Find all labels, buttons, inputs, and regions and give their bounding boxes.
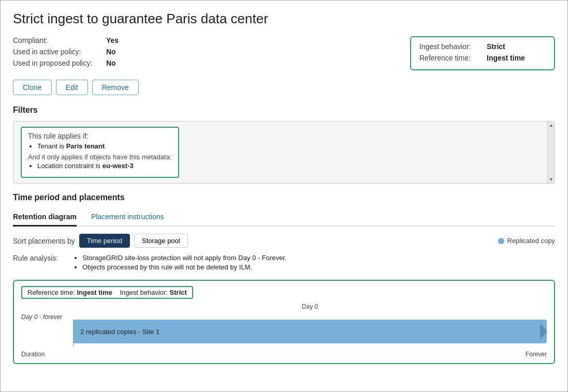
filter-box: This rule applies if: Tenant is Paris te…: [21, 127, 179, 178]
ingest-reference-row: Reference time: Ingest time: [419, 54, 546, 62]
diagram-footer: Duration Forever: [21, 351, 547, 358]
rule-analysis: Rule analysis: StorageGRID site-loss pro…: [13, 254, 555, 273]
actions: Clone Edit Remove: [13, 80, 555, 95]
diagram-behavior-label: Ingest behavior:: [120, 289, 168, 296]
filter-rule-title: This rule applies if:: [28, 132, 172, 140]
rule-analysis-list: StorageGRID site-loss protection will no…: [82, 254, 286, 273]
meta-section: Compliant: Yes Used in active policy: No…: [13, 36, 555, 70]
remove-button[interactable]: Remove: [92, 80, 139, 95]
rule-analysis-label: Rule analysis:: [13, 254, 70, 262]
sort-storage-pool-button[interactable]: Storage pool: [134, 234, 188, 248]
ingest-reference-value: Ingest time: [487, 54, 525, 62]
filter-location-list: Location constraint is eu-west-3: [37, 162, 172, 170]
tab-placement-instructions[interactable]: Placement instructions: [91, 208, 164, 227]
page-title: Strict ingest to guarantee Paris data ce…: [13, 11, 555, 27]
ingest-behavior-value: Strict: [487, 42, 505, 51]
page-container: Strict ingest to guarantee Paris data ce…: [0, 0, 568, 392]
time-period-title: Time period and placements: [13, 193, 555, 202]
meta-row-compliant: Compliant: Yes: [13, 36, 119, 44]
tenant-value: Paris tenant: [66, 142, 105, 150]
ingest-behavior-row: Ingest behavior: Strict: [419, 42, 546, 51]
clone-button[interactable]: Clone: [13, 80, 52, 95]
used-proposed-value: No: [106, 59, 116, 67]
sort-right: Replicated copy: [498, 237, 556, 245]
sort-label: Sort placements by: [13, 237, 75, 245]
rule-analysis-item-2: Objects processed by this rule will not …: [82, 263, 286, 271]
compliant-label: Compliant:: [13, 36, 106, 44]
filter-tenant-list: Tenant is Paris tenant: [37, 142, 172, 150]
scroll-down-icon[interactable]: ▼: [549, 177, 554, 182]
copy-label: 2 replicated copies - Site 1: [80, 328, 159, 336]
filter-metadata-title: And it only applies if objects have this…: [28, 153, 172, 161]
diagram-behavior-value: Strict: [170, 289, 187, 296]
diagram-ref-label: Reference time:: [27, 289, 75, 296]
used-active-value: No: [106, 48, 116, 56]
legend-label: Replicated copy: [507, 237, 556, 245]
ingest-reference-label: Reference time:: [419, 54, 487, 62]
filters-title: Filters: [13, 105, 555, 115]
ingest-box: Ingest behavior: Strict Reference time: …: [410, 36, 555, 70]
ingest-behavior-label: Ingest behavior:: [419, 42, 487, 51]
location-label: Location constraint is: [37, 162, 100, 170]
day0-label: Day 0: [73, 303, 547, 310]
filters-area: This rule applies if: Tenant is Paris te…: [13, 121, 555, 184]
meta-row-active: Used in active policy: No: [13, 48, 119, 56]
location-value: eu-west-3: [103, 162, 134, 170]
compliant-value: Yes: [106, 36, 119, 44]
diagram-main: Day 0 2 replicated copies - Site 1: [73, 303, 547, 346]
diagram-header-row: Reference time: Ingest time Ingest behav…: [21, 286, 547, 299]
period-label: Day 0 - forever: [21, 303, 73, 346]
filter-location-item: Location constraint is eu-west-3: [37, 162, 172, 170]
meta-row-proposed: Used in proposed policy: No: [13, 59, 119, 67]
copy-bar-container: 2 replicated copies - Site 1: [73, 320, 547, 346]
forever-label: Forever: [526, 351, 547, 358]
copy-bar: 2 replicated copies - Site 1: [73, 320, 547, 343]
scroll-indicator: ▲ ▼: [547, 122, 555, 183]
replicated-copy-icon: [498, 238, 504, 244]
rule-analysis-item-1: StorageGRID site-loss protection will no…: [82, 254, 286, 262]
diagram-outer: Reference time: Ingest time Ingest behav…: [13, 280, 555, 364]
tenant-label: Tenant is: [37, 142, 64, 150]
used-proposed-label: Used in proposed policy:: [13, 59, 106, 67]
diagram-header-box: Reference time: Ingest time Ingest behav…: [21, 286, 193, 299]
tab-retention-diagram[interactable]: Retention diagram: [13, 208, 77, 227]
scroll-up-icon[interactable]: ▲: [549, 123, 554, 128]
sort-time-period-button[interactable]: Time period: [79, 234, 130, 248]
diagram-ref-value: Ingest time: [77, 289, 112, 296]
sort-left: Sort placements by Time period Storage p…: [13, 234, 188, 248]
chart-area: 2 replicated copies - Site 1: [73, 320, 547, 346]
copy-bar-arrow: [540, 323, 547, 340]
diagram-grid: Day 0 - forever Day 0 2 replicated copie…: [21, 303, 547, 346]
duration-label: Duration: [21, 351, 45, 358]
used-active-label: Used in active policy:: [13, 48, 106, 56]
filter-tenant-item: Tenant is Paris tenant: [37, 142, 172, 150]
tabs: Retention diagram Placement instructions: [13, 208, 555, 227]
edit-button[interactable]: Edit: [56, 80, 88, 95]
sort-bar: Sort placements by Time period Storage p…: [13, 234, 555, 248]
meta-left: Compliant: Yes Used in active policy: No…: [13, 36, 119, 70]
